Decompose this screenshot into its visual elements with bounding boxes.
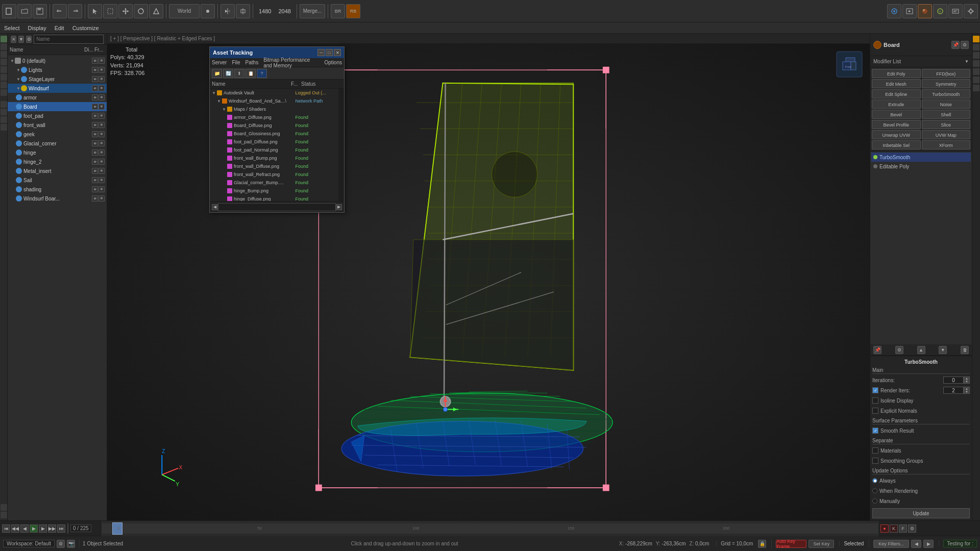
redo-btn[interactable] xyxy=(68,4,82,18)
mod-btn-edit-spline[interactable]: Edit Spline xyxy=(872,89,921,98)
mirror-btn[interactable] xyxy=(220,4,235,18)
rotate-btn[interactable] xyxy=(134,4,148,18)
left-tool-4[interactable] xyxy=(1,59,7,65)
tree-item-hinge[interactable]: hinge 👁 ❄ xyxy=(8,148,107,157)
mod-btn-shell[interactable]: Shell xyxy=(922,110,971,119)
at-minimize-btn[interactable]: ─ xyxy=(317,49,325,56)
left-tool-3[interactable] xyxy=(1,51,7,58)
transform-center-btn[interactable] xyxy=(201,4,215,18)
right-icon-2[interactable] xyxy=(973,44,979,51)
mod-btn-inbetable-sel[interactable]: Inbetable Sel xyxy=(872,140,921,149)
stack-item-editable-poly[interactable]: Editable Poly xyxy=(871,162,971,171)
at-tool-4[interactable]: 📋 xyxy=(246,69,256,78)
at-menu-server[interactable]: Server xyxy=(212,60,227,65)
left-tool-1[interactable] xyxy=(1,36,7,42)
right-icon-7[interactable] xyxy=(973,85,979,91)
ts-manually-radio[interactable] xyxy=(872,498,877,504)
at-file-frontwall-refract[interactable]: front_wall_Refract.png Found xyxy=(210,170,338,179)
at-tool-1[interactable]: 📁 xyxy=(212,69,222,78)
panel-btn-1[interactable]: 📌 xyxy=(951,41,960,49)
tree-expand-lights[interactable]: ▼ xyxy=(16,67,21,72)
ts-ri-down[interactable]: ▼ xyxy=(965,390,968,393)
settings-btn[interactable] xyxy=(964,4,978,18)
stack-item-turbosmooth[interactable]: TurboSmooth xyxy=(871,153,971,162)
at-maximize-btn[interactable]: □ xyxy=(326,49,333,56)
at-close-btn[interactable]: ✕ xyxy=(334,49,341,56)
at-scroll-right[interactable]: ▶ xyxy=(336,204,342,210)
reference-coord-btn[interactable]: World xyxy=(169,4,200,18)
ts-render-iters-input[interactable] xyxy=(943,387,964,394)
tl-btn-3[interactable]: ◀ xyxy=(20,524,29,533)
tree-freeze-foot_pad[interactable]: ❄ xyxy=(99,113,105,119)
ts-smoothing-checkbox[interactable] xyxy=(872,458,878,464)
tree-freeze-sail[interactable]: ❄ xyxy=(99,177,105,183)
tree-item-metal_insert[interactable]: Metal_insert 👁 ❄ xyxy=(8,166,107,176)
tree-item-windsurf[interactable]: ▼ Windsurf 👁 ❄ xyxy=(8,84,107,93)
right-icon-5[interactable] xyxy=(973,68,979,75)
ts-update-btn[interactable]: Update xyxy=(872,508,970,518)
tree-vis-board[interactable]: 👁 xyxy=(92,104,98,110)
ts-always-radio[interactable] xyxy=(872,478,877,483)
mini-btn-1[interactable]: ◀ xyxy=(911,540,921,548)
at-file-frontwall-bump[interactable]: front_wall_Bump.png Found xyxy=(210,154,338,162)
menu-edit[interactable]: Edit xyxy=(55,25,64,31)
tree-item-board[interactable]: Board 👁 ❄ xyxy=(8,102,107,111)
mod-btn-edit-mesh[interactable]: Edit Mesh xyxy=(872,79,921,88)
left-tool-2[interactable] xyxy=(1,43,7,50)
ts-materials-checkbox[interactable] xyxy=(872,447,878,454)
timeline-position[interactable]: 0 / 225 xyxy=(70,524,91,532)
tree-vis-glacial_corner[interactable]: 👁 xyxy=(92,140,98,146)
at-file-maps[interactable]: ▼ Maps / Shaders xyxy=(210,105,338,113)
tree-vis-windsurf-board[interactable]: 👁 xyxy=(92,195,98,202)
at-path-input[interactable] xyxy=(218,203,336,211)
tree-freeze-armor[interactable]: ❄ xyxy=(99,94,105,101)
left-tool-8[interactable] xyxy=(1,89,7,96)
undo-btn[interactable] xyxy=(53,4,67,18)
autokey-btn[interactable]: Auto Key Frame xyxy=(776,540,806,548)
tree-item-front_wall[interactable]: front_wall 👁 ❄ xyxy=(8,120,107,130)
scene-filter-btn[interactable]: ▼ xyxy=(18,36,24,43)
left-tool-bottom-2[interactable] xyxy=(1,512,7,518)
stack-ctrl-delete[interactable]: 🗑 xyxy=(961,346,969,354)
mod-btn-extrude[interactable]: Extrude xyxy=(872,99,921,109)
left-tool-bottom-1[interactable] xyxy=(1,504,7,511)
ts-iterations-spinner[interactable]: ▲ ▼ xyxy=(964,377,970,384)
tree-vis-geek[interactable]: 👁 xyxy=(92,131,98,137)
at-file-footpad-norm[interactable]: foot_pad_Normal.png Found xyxy=(210,146,338,154)
tree-freeze-windsurf-board[interactable]: ❄ xyxy=(99,195,105,202)
at-file-hinge-bump[interactable]: hinge_Bump.png Found xyxy=(210,187,338,195)
scene-close-btn[interactable]: ✕ xyxy=(11,36,16,43)
mod-btn-xform[interactable]: XForm xyxy=(922,140,971,149)
tl-keyframe-btn[interactable]: ● xyxy=(880,524,889,533)
left-tool-10[interactable] xyxy=(1,109,7,115)
tree-item-lights[interactable]: ▼ Lights 👁 ❄ xyxy=(8,65,107,74)
tl-btn-2[interactable]: ◀◀ xyxy=(11,524,19,533)
mod-btn-uvw-map[interactable]: UVW Map xyxy=(922,130,971,139)
at-file-glacial-bump[interactable]: Glacial_corner_Bump.png Found xyxy=(210,179,338,187)
tree-vis-foot_pad[interactable]: 👁 xyxy=(92,113,98,119)
left-tool-5[interactable] xyxy=(1,66,7,73)
tl-btn-1[interactable]: ⏮ xyxy=(2,524,10,533)
panel-btn-2[interactable]: ⚙ xyxy=(961,41,969,49)
open-file-btn[interactable] xyxy=(17,4,32,18)
at-file-armor-diff[interactable]: armor_Diffuse.png Found xyxy=(210,113,338,121)
lock-btn[interactable]: 🔒 xyxy=(758,540,766,548)
mod-btn-noise[interactable]: Noise xyxy=(922,99,971,109)
align-btn[interactable] xyxy=(236,4,250,18)
mod-btn-bevel[interactable]: Bevel xyxy=(872,110,921,119)
left-tool-12[interactable] xyxy=(1,124,7,131)
at-menu-bitmap[interactable]: Bitmap Performance and Memory xyxy=(263,57,319,68)
tl-setkey-btn[interactable]: K xyxy=(890,524,898,533)
stack-ctrl-config[interactable]: ⚙ xyxy=(895,346,903,354)
tree-expand-stagelayer[interactable]: ▼ xyxy=(16,77,21,82)
select-region-btn[interactable] xyxy=(103,4,117,18)
br-btn[interactable]: BR xyxy=(331,4,345,18)
script-listener-btn[interactable] xyxy=(948,4,963,18)
helpers-btn[interactable]: ? xyxy=(933,4,947,18)
tree-item-hinge_2[interactable]: hinge_2 👁 ❄ xyxy=(8,157,107,166)
at-menu-file[interactable]: File xyxy=(232,60,240,65)
tree-vis-armor[interactable]: 👁 xyxy=(92,94,98,101)
at-file-hinge-diff[interactable]: hinge_Diffuse.png Found xyxy=(210,195,338,201)
scene-search-input[interactable] xyxy=(34,35,104,44)
tree-vis-sail[interactable]: 👁 xyxy=(92,177,98,183)
